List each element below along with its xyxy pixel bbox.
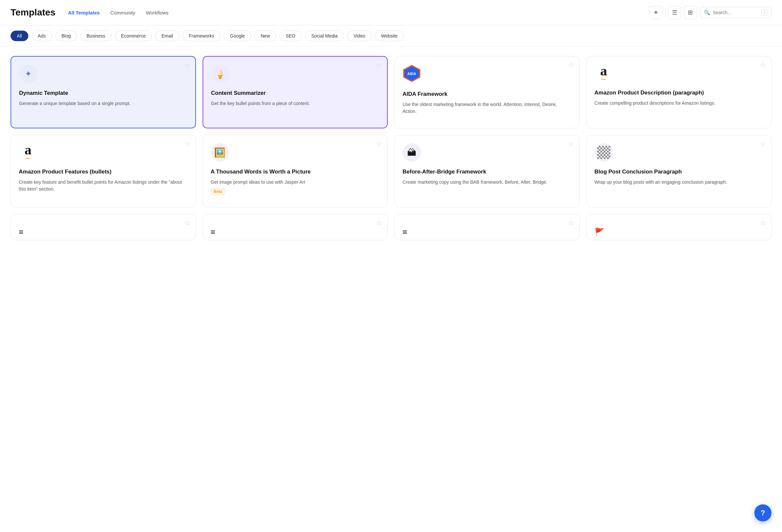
- card-title: Before-After-Bridge Framework: [402, 168, 571, 176]
- card-title: Blog Post Conclusion Paragraph: [595, 168, 763, 176]
- templates-grid-row3: ☆ ≡ ☆ ≡ ☆ ≡ ☆ 🚩: [10, 214, 772, 240]
- header-actions: ☀ ☰ ⊞ 🔍 /: [649, 6, 772, 19]
- stack-icon: ≡: [211, 227, 380, 237]
- star-button[interactable]: ☆: [184, 220, 190, 226]
- flag-icon: 🚩: [595, 227, 763, 237]
- main-content: ☆ ✦ Dynamic Template Generate a unique t…: [0, 47, 782, 250]
- star-button[interactable]: ☆: [184, 62, 190, 69]
- filter-all[interactable]: All: [10, 31, 28, 41]
- card-description: Create compelling product descriptions f…: [595, 100, 763, 107]
- filter-blog[interactable]: Blog: [55, 31, 77, 41]
- beta-badge: Beta: [211, 188, 225, 195]
- star-button[interactable]: ☆: [568, 141, 574, 147]
- card-description: Wrap up your blog posts with an engaging…: [595, 179, 763, 186]
- template-card-aida[interactable]: ☆ AIDA AIDA Framework Use the oldest mar…: [394, 56, 580, 128]
- card-description: Get the key bullet points from a piece o…: [211, 100, 380, 107]
- card-title: Dynamic Template: [19, 89, 187, 97]
- card-description: Generate a unique template based on a si…: [19, 100, 187, 107]
- card-description: Create key feature and benefit bullet po…: [19, 179, 188, 193]
- nav-workflows[interactable]: Workflows: [141, 8, 173, 17]
- card-description: Use the oldest marketing framework in th…: [402, 101, 571, 115]
- nav-all-templates[interactable]: All Templates: [63, 8, 104, 17]
- star-button[interactable]: ☆: [184, 141, 190, 147]
- template-card-partial-4[interactable]: ☆ 🚩: [586, 214, 772, 240]
- star-button[interactable]: ☆: [760, 220, 766, 226]
- card-icon-image: 🖼️: [211, 143, 229, 162]
- filter-google[interactable]: Google: [224, 31, 251, 41]
- search-bar[interactable]: 🔍 /: [700, 7, 772, 18]
- header: Templates All Templates Community Workfl…: [0, 0, 782, 25]
- card-description: Create marketing copy using the BAB fram…: [402, 179, 571, 186]
- aida-icon: AIDA: [402, 64, 421, 83]
- filter-frameworks[interactable]: Frameworks: [182, 31, 220, 41]
- filter-ecommerce[interactable]: Ecommerce: [115, 31, 152, 41]
- card-icon-sparkle: ✦: [19, 65, 38, 83]
- list-view-button[interactable]: ☰: [668, 6, 681, 19]
- grid-view-button[interactable]: ⊞: [684, 6, 697, 19]
- template-card-partial-3[interactable]: ☆ ≡: [394, 214, 580, 240]
- card-title: Amazon Product Description (paragraph): [595, 89, 763, 97]
- svg-text:AIDA: AIDA: [407, 72, 416, 76]
- template-card-content-summarizer[interactable]: ☆ 🍦 Content Summarizer Get the key bulle…: [203, 56, 388, 128]
- filter-email[interactable]: Email: [155, 31, 179, 41]
- star-button[interactable]: ☆: [760, 62, 766, 68]
- help-button[interactable]: ?: [754, 504, 772, 522]
- filter-ads[interactable]: Ads: [32, 31, 52, 41]
- template-card-amazon-desc[interactable]: ☆ a 〜 Amazon Product Description (paragr…: [586, 56, 772, 128]
- card-title: Amazon Product Features (bullets): [19, 168, 188, 176]
- template-card-amazon-features[interactable]: ☆ a 〜 Amazon Product Features (bullets) …: [10, 135, 196, 207]
- divider: [665, 8, 665, 17]
- card-title: A Thousand Words is Worth a Picture: [211, 168, 380, 176]
- star-button[interactable]: ☆: [568, 220, 574, 226]
- search-icon: 🔍: [704, 9, 710, 15]
- header-nav: All Templates Community Workflows: [63, 8, 173, 17]
- nav-community[interactable]: Community: [106, 8, 140, 17]
- page-title: Templates: [10, 7, 55, 18]
- search-input[interactable]: [713, 10, 759, 15]
- filter-social-media[interactable]: Social Media: [305, 31, 344, 41]
- card-description: Get image prompt ideas to use with Jaspe…: [211, 179, 380, 186]
- image-icon: 🖼️: [214, 147, 226, 158]
- star-button[interactable]: ☆: [568, 62, 574, 68]
- star-button[interactable]: ☆: [760, 141, 766, 147]
- icecream-icon: 🍦: [214, 69, 226, 79]
- templates-grid-row1: ☆ ✦ Dynamic Template Generate a unique t…: [10, 56, 772, 128]
- filter-video[interactable]: Video: [347, 31, 371, 41]
- template-card-blog-conclusion[interactable]: ☆ Blog Post Conclusion Paragraph Wrap up…: [586, 135, 772, 207]
- template-card-partial-1[interactable]: ☆ ≡: [10, 214, 196, 240]
- filter-new[interactable]: New: [254, 31, 276, 41]
- stack-icon: ≡: [402, 227, 571, 237]
- card-icon-checkerboard: [595, 143, 613, 162]
- filter-website[interactable]: Website: [375, 31, 404, 41]
- template-card-bab[interactable]: ☆ 🏔 Before-After-Bridge Framework Create…: [394, 135, 580, 207]
- checkerboard-icon: [597, 146, 610, 159]
- template-card-dynamic[interactable]: ☆ ✦ Dynamic Template Generate a unique t…: [10, 56, 196, 128]
- card-title: AIDA Framework: [402, 90, 571, 98]
- sparkle-icon: ✦: [25, 69, 32, 79]
- template-card-partial-2[interactable]: ☆ ≡: [203, 214, 388, 240]
- stack-icon: ≡: [19, 227, 188, 237]
- card-icon-icecream: 🍦: [211, 65, 229, 83]
- star-button[interactable]: ☆: [376, 220, 382, 226]
- star-button[interactable]: ☆: [376, 62, 382, 69]
- card-title: Content Summarizer: [211, 89, 380, 97]
- search-shortcut: /: [761, 9, 767, 16]
- amazon-logo-icon: a 〜: [595, 64, 613, 83]
- filter-bar: All Ads Blog Business Ecommerce Email Fr…: [0, 25, 782, 47]
- amazon-logo-icon: a 〜: [19, 143, 37, 162]
- star-button[interactable]: ☆: [376, 141, 382, 147]
- theme-toggle-button[interactable]: ☀: [649, 6, 663, 19]
- image2-icon: 🏔: [407, 147, 416, 158]
- filter-business[interactable]: Business: [80, 31, 112, 41]
- template-card-thousand-words[interactable]: ☆ 🖼️ A Thousand Words is Worth a Picture…: [203, 135, 388, 207]
- card-icon-image2: 🏔: [402, 143, 421, 162]
- filter-seo[interactable]: SEO: [279, 31, 302, 41]
- templates-grid-row2: ☆ a 〜 Amazon Product Features (bullets) …: [10, 135, 772, 207]
